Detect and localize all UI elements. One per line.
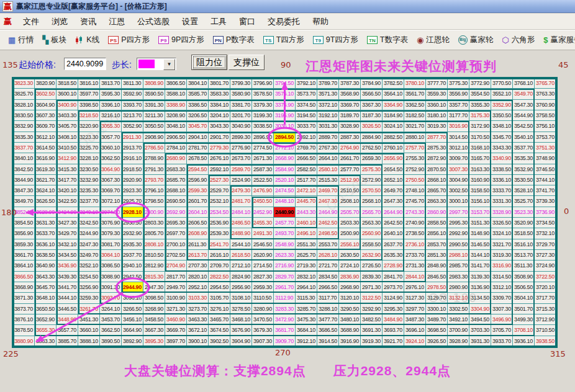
menu-item-浏览[interactable]: 浏览: [45, 15, 74, 29]
gann-cell: 3676.90: [230, 325, 252, 336]
gann-cell: 2841.70: [383, 272, 404, 282]
gann-cell: 2570.50: [361, 185, 383, 196]
gann-cell: 2601.70: [187, 196, 209, 207]
step-color-select[interactable]: ▼: [137, 58, 176, 70]
gann-cell: 3112.90: [274, 293, 296, 303]
gann-cell: 2848.90: [426, 261, 448, 271]
gann-cell: 2937.70: [122, 250, 143, 261]
gann-cell: 2889.70: [317, 132, 339, 143]
gann-cell: 3427.30: [57, 218, 78, 228]
gann-cell: 3506.50: [513, 282, 535, 293]
gann-cell: 3806.50: [165, 78, 187, 89]
gann-cell: 2812.90: [143, 261, 165, 271]
gann-cell: 2604.10: [187, 207, 209, 218]
gann-cell: 3220.90: [78, 121, 100, 131]
gann-cell: 2983.30: [448, 272, 469, 282]
toolbar-label: P数字表: [226, 35, 255, 45]
gann-cell: 2503.30: [339, 218, 361, 228]
gann-cell: 3933.70: [491, 336, 513, 347]
start-price-input[interactable]: 2440.9099: [64, 58, 106, 70]
toolbar-winner-wheel-button[interactable]: Big赢家轮: [454, 33, 498, 47]
menu-item-文件[interactable]: 文件: [17, 15, 45, 29]
menu-item-设置[interactable]: 设置: [176, 15, 204, 29]
toolbar-kline-button[interactable]: K线: [71, 33, 104, 47]
menu-item-帮助[interactable]: 帮助: [306, 15, 335, 29]
gann-cell: 2493.70: [274, 228, 296, 239]
gann-cell: 3715.30: [535, 304, 556, 314]
gann-cell: 3828.10: [13, 100, 35, 110]
gann-cell: 3429.70: [57, 228, 78, 239]
gann-cell: 3324.10: [491, 228, 513, 239]
gann-cell: 2904.10: [187, 132, 209, 143]
gann-cell: 3698.50: [426, 325, 448, 336]
gann-cell: 3379.30: [252, 100, 274, 110]
gann-cell: 3739.30: [535, 196, 556, 207]
gann-cell: 2952.10: [187, 282, 209, 293]
gann-cell: 3302.50: [448, 304, 469, 314]
gann-cell: 3895.30: [143, 336, 165, 347]
gann-cell: 3700.90: [448, 325, 469, 336]
toolbar-p-number-table-button[interactable]: PNP数字表: [209, 33, 259, 47]
gann-cell: 2750.50: [404, 175, 426, 185]
toolbar-gann-wheel-button[interactable]: ◉江恩轮: [412, 33, 454, 47]
gann-cell: 3194.50: [296, 110, 317, 121]
gann-cell: 2479.30: [230, 185, 252, 196]
toolbar-p-square-button[interactable]: PSP四方形: [104, 33, 154, 47]
gann-cell: 2702.50: [165, 250, 187, 261]
toolbar-label: 9T四方形: [326, 35, 358, 45]
toolbar-t-number-table-button[interactable]: TNT数字表: [363, 33, 412, 47]
gann-cell: 3734.50: [535, 218, 556, 228]
gann-cell: 3746.50: [535, 164, 556, 175]
title-bar: 赢 赢家江恩专业版[赢家服务平台] - [价格正方形]: [0, 0, 575, 13]
gann-cell: 2532.10: [209, 196, 230, 207]
gann-cell: 3388.90: [165, 100, 187, 110]
gann-cell: 2560.90: [361, 228, 383, 239]
gann-cell: 3024.10: [383, 121, 404, 131]
9p-square-icon: P9: [158, 36, 169, 44]
resistance-button[interactable]: 阻力位: [191, 55, 227, 70]
gann-cell: 2954.50: [209, 282, 230, 293]
menu-item-工具[interactable]: 工具: [204, 15, 233, 29]
gann-cell: 2678.50: [187, 153, 209, 164]
gann-cell: 3631.30: [35, 218, 57, 228]
toolbar-hexagon-button[interactable]: ⬡六角形: [497, 33, 539, 47]
toolbar-quotes-button[interactable]: ▦行情: [4, 33, 38, 47]
toolbar-sectors-button[interactable]: ▚板块: [38, 33, 71, 47]
key-level-summary: 大盘关键位测算：支撑2894点 压力2928、2944点: [0, 362, 575, 380]
gann-cell: 3405.70: [57, 121, 78, 131]
gann-cell: 3732.10: [535, 228, 556, 239]
toolbar-t-square-button[interactable]: TST四方形: [259, 33, 309, 47]
toolbar-9t-square-button[interactable]: T99T四方形: [309, 33, 363, 47]
gann-cell: 3273.70: [187, 304, 209, 314]
gann-cell: 2548.90: [274, 239, 296, 250]
gann-cell: 2726.50: [361, 261, 383, 271]
menu-item-江恩[interactable]: 江恩: [102, 15, 131, 29]
gann-cell: 3012.10: [448, 143, 469, 153]
gann-cell: 3571.30: [317, 89, 339, 99]
gann-cell: 3753.70: [535, 132, 556, 143]
toolbar-winner-service-button[interactable]: $赢家服务: [539, 33, 575, 47]
gann-cell: 2856.10: [426, 228, 448, 239]
menu-item-公式选股[interactable]: 公式选股: [131, 15, 176, 29]
gann-cell: 3336.10: [491, 175, 513, 185]
gann-cell: 3736.90: [535, 207, 556, 218]
gann-cell: 2908.90: [143, 132, 165, 143]
menu-item-窗口[interactable]: 窗口: [233, 15, 261, 29]
gann-cell: 3048.10: [165, 121, 187, 131]
menu-item-交易委托[interactable]: 交易委托: [261, 15, 306, 29]
gann-cell: 2680.90: [165, 153, 187, 164]
menu-item-资讯[interactable]: 资讯: [74, 15, 102, 29]
support-button[interactable]: 支撑位: [229, 55, 265, 70]
gann-cell: 3544.90: [513, 110, 535, 121]
gann-cell: 3561.70: [404, 89, 426, 99]
gann-cell: 2815.30: [143, 272, 165, 282]
gann-cell: 2505.70: [339, 207, 361, 218]
winner-service-icon: $: [543, 36, 548, 45]
chevron-down-icon[interactable]: ▼: [163, 59, 175, 70]
toolbar-9p-square-button[interactable]: P99P四方形: [154, 33, 209, 47]
gann-cell: 3285.70: [296, 304, 317, 314]
gann-cell: 2652.10: [383, 175, 404, 185]
gann-cell: 3432.10: [57, 239, 78, 250]
gann-cell: 2700.10: [165, 239, 187, 250]
gann-cell: 2632.90: [361, 250, 383, 261]
